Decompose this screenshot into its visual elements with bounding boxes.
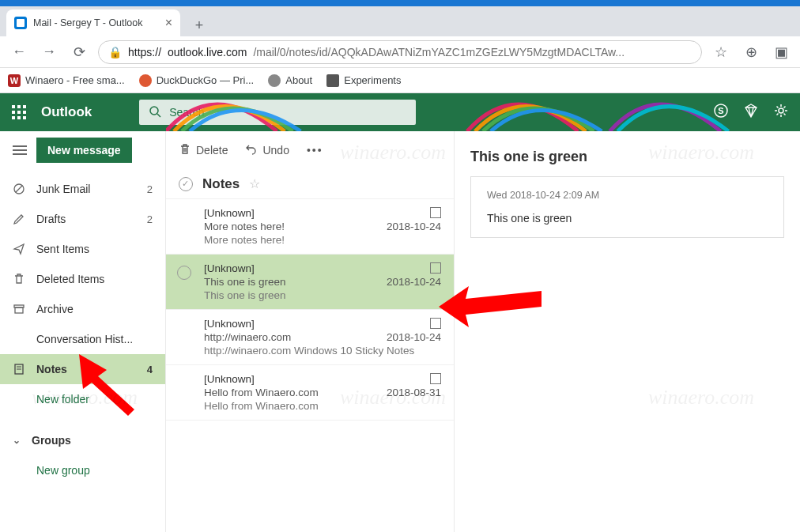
note-date: 2018-10-24 [387, 221, 441, 232]
note-card: Wed 2018-10-24 2:09 AM This one is green [470, 176, 784, 238]
gear-favicon [268, 74, 281, 87]
chevron-down-icon: ⌄ [13, 435, 21, 446]
outlook-favicon [14, 17, 27, 29]
list-title: Notes [202, 176, 240, 192]
note-preview: http://winaero.com Windows 10 Sticky Not… [204, 345, 441, 357]
waffle-icon [12, 105, 26, 119]
note-subject: Hello from Winaero.com [204, 387, 319, 398]
more-actions-button[interactable]: ••• [307, 144, 323, 157]
note-date: 2018-10-24 [387, 276, 441, 288]
groups-header[interactable]: ⌄ Groups [0, 425, 165, 455]
tab-strip: Mail - Sergey T - Outlook × + [0, 6, 800, 36]
note-item[interactable]: [Unknown] More notes here!2018-10-24 Mor… [166, 199, 454, 255]
ellipsis-icon: ••• [307, 144, 323, 157]
duckduckgo-favicon [139, 74, 152, 87]
extensions-icon[interactable]: ▣ [770, 41, 792, 63]
bookmarks-bar: WWinaero - Free sma... DuckDuckGo — Pri.… [0, 68, 800, 93]
close-tab-icon[interactable]: × [165, 16, 172, 30]
trash-icon [179, 143, 191, 158]
new-folder-link[interactable]: New folder [0, 384, 165, 414]
folder-list: Junk Email 2 Drafts 2 Sent Items Deleted… [0, 169, 165, 485]
archive-icon [13, 303, 25, 315]
note-from: [Unknown] [204, 373, 255, 385]
reading-pane: This one is green Wed 2018-10-24 2:09 AM… [455, 131, 800, 532]
folder-label: Deleted Items [36, 273, 104, 285]
undo-label: Undo [262, 144, 289, 157]
bookmark-winaero[interactable]: WWinaero - Free sma... [8, 74, 125, 87]
favorite-star-icon[interactable]: ☆ [249, 176, 260, 191]
note-item[interactable]: [Unknown] This one is green2018-10-24 Th… [166, 255, 454, 310]
folder-count: 2 [147, 213, 153, 225]
folder-label: Archive [36, 303, 74, 315]
skype-icon[interactable]: S [713, 103, 729, 123]
sent-icon [13, 243, 25, 255]
new-tab-button[interactable]: + [188, 14, 210, 36]
note-item[interactable]: [Unknown] Hello from Winaero.com2018-08-… [166, 365, 454, 421]
sidebar: New message Junk Email 2 Drafts 2 Sent I… [0, 131, 166, 532]
bookmark-label: About [285, 74, 312, 86]
winaero-favicon: W [8, 74, 21, 87]
app-header: Outlook S [0, 93, 800, 131]
new-group-link[interactable]: New group [0, 455, 165, 485]
search-box[interactable] [139, 100, 416, 125]
url-host: outlook.live.com [168, 46, 247, 58]
folder-drafts[interactable]: Drafts 2 [0, 204, 165, 234]
favorite-star-icon[interactable]: ☆ [710, 41, 732, 63]
note-preview: This one is green [204, 289, 441, 301]
collections-icon[interactable]: ⊕ [740, 41, 762, 63]
bookmark-duckduckgo[interactable]: DuckDuckGo — Pri... [139, 74, 255, 87]
note-from: [Unknown] [204, 207, 255, 219]
browser-tab[interactable]: Mail - Sergey T - Outlook × [6, 9, 180, 36]
note-body: This one is green [487, 212, 768, 224]
brand-name: Outlook [41, 104, 92, 120]
settings-gear-icon[interactable] [773, 103, 789, 123]
folder-archive[interactable]: Archive [0, 294, 165, 324]
forward-button[interactable]: → [38, 41, 60, 63]
delete-label: Delete [196, 144, 228, 157]
junk-icon [13, 183, 25, 195]
note-from: [Unknown] [204, 262, 255, 274]
diamond-icon[interactable] [743, 103, 759, 123]
app-launcher-button[interactable] [0, 93, 38, 131]
bookmark-label: DuckDuckGo — Pri... [157, 74, 255, 86]
note-timestamp: Wed 2018-10-24 2:09 AM [487, 190, 768, 201]
folder-junk-email[interactable]: Junk Email 2 [0, 174, 165, 204]
folder-count: 4 [147, 364, 153, 375]
search-input[interactable] [169, 106, 406, 119]
select-all-checkbox[interactable] [179, 177, 193, 191]
folder-sent-items[interactable]: Sent Items [0, 234, 165, 264]
bookmark-experiments[interactable]: Experiments [326, 74, 401, 87]
folder-notes[interactable]: Notes 4 [0, 354, 165, 384]
note-preview: Hello from Winaero.com [204, 400, 441, 412]
note-subject: This one is green [204, 276, 286, 288]
url-scheme: https:// [128, 46, 161, 58]
undo-button[interactable]: Undo [245, 143, 289, 158]
new-group-label: New group [36, 464, 90, 477]
bookmark-about[interactable]: About [268, 74, 312, 87]
reload-button[interactable]: ⟳ [68, 41, 90, 63]
folder-label: Drafts [36, 213, 66, 225]
note-subject: More notes here! [204, 221, 285, 232]
svg-point-0 [150, 107, 158, 115]
list-pane: Delete Undo ••• Notes ☆ [Unknown] More n… [166, 131, 455, 532]
window-titlebar [0, 0, 800, 6]
delete-button[interactable]: Delete [179, 143, 228, 158]
svg-rect-8 [15, 308, 23, 313]
folder-count: 2 [147, 183, 153, 195]
bookmark-label: Winaero - Free sma... [25, 74, 125, 86]
svg-line-1 [157, 114, 160, 117]
list-header: Notes ☆ [166, 169, 454, 199]
lock-icon: 🔒 [108, 46, 122, 58]
new-message-button[interactable]: New message [36, 138, 132, 163]
folder-conversation-history[interactable]: Conversation Hist... [0, 324, 165, 354]
flask-favicon [326, 74, 339, 87]
notes-icon [13, 363, 25, 375]
folder-deleted-items[interactable]: Deleted Items [0, 264, 165, 294]
hamburger-menu-button[interactable] [13, 145, 27, 155]
select-checkbox[interactable] [177, 266, 191, 280]
note-item[interactable]: [Unknown] http://winaero.com2018-10-24 h… [166, 310, 454, 365]
note-from: [Unknown] [204, 318, 255, 330]
address-bar[interactable]: 🔒 https://outlook.live.com/mail/0/notes/… [98, 40, 702, 64]
back-button[interactable]: ← [8, 41, 30, 63]
folder-label: Sent Items [36, 243, 89, 255]
